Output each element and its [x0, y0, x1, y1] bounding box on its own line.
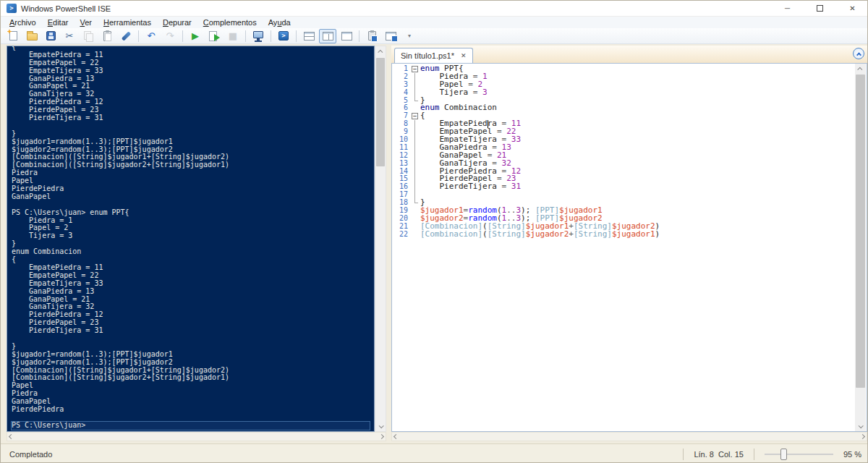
console-line: EmpateTijera = 33: [12, 67, 374, 75]
fold-column: [411, 183, 420, 191]
show-script-pane-icon: [386, 32, 396, 41]
run-selection-button[interactable]: [205, 29, 223, 43]
console-scroll-thumb[interactable]: [376, 58, 385, 166]
fold-column: [411, 223, 420, 231]
editor-code: 1−enum PPT{2 Piedra = 13 Papel = 24 Tije…: [392, 64, 867, 239]
toolbar-overflow-icon: [407, 32, 412, 41]
scroll-up-icon[interactable]: [855, 64, 866, 74]
console-line: PierdePiedra: [12, 185, 374, 193]
minimize-button[interactable]: ─: [771, 1, 804, 16]
fold-column: [411, 89, 420, 97]
console-line: PS C:\Users\juan> enum PPT{: [12, 209, 374, 217]
script-pane-top-icon: [304, 32, 315, 41]
scroll-right-icon[interactable]: [379, 434, 384, 439]
console-line: GanaPapel: [12, 193, 374, 201]
new-script-button[interactable]: [4, 29, 22, 43]
editor-scroll-thumb[interactable]: [856, 75, 865, 388]
script-pane-top-button[interactable]: [300, 29, 318, 43]
paste-button[interactable]: [98, 29, 116, 43]
undo-icon: ↶: [148, 31, 156, 41]
show-script-pane-button[interactable]: [382, 29, 399, 43]
close-button[interactable]: ✕: [836, 1, 868, 16]
editor-line: 6enum Combinacion: [392, 104, 867, 112]
console-line: [Combinacion]([String]$jugador2+[String]…: [12, 374, 374, 382]
console-line: Piedra: [12, 390, 374, 398]
fold-collapse-icon[interactable]: −: [412, 113, 418, 119]
console-pane[interactable]: { EmpatePiedra = 11 EmpatePapel = 22 Emp…: [7, 46, 375, 432]
fold-column[interactable]: −: [411, 112, 420, 120]
fold-column: [411, 152, 420, 160]
scroll-left-icon[interactable]: [393, 434, 399, 439]
fold-column: [411, 81, 420, 89]
undo-button[interactable]: ↶: [142, 29, 160, 43]
scroll-right-icon[interactable]: [860, 434, 865, 439]
toolbar-overflow-button[interactable]: [401, 29, 418, 43]
editor-body[interactable]: 1−enum PPT{2 Piedra = 13 Papel = 24 Tije…: [391, 63, 867, 432]
separator: [683, 449, 684, 460]
console-horizontal-scrollbar[interactable]: [7, 432, 386, 441]
fold-column: [411, 160, 420, 168]
status-message: Completado: [9, 450, 52, 459]
script-editor-pane: Sin título1.ps1* ✕ 1−enum PPT{2 Piedra =…: [391, 46, 867, 432]
console-line: Piedra: [12, 169, 374, 177]
restore-button[interactable]: [804, 1, 836, 16]
toolbar-separator: [245, 30, 246, 42]
fold-collapse-icon[interactable]: −: [412, 66, 418, 72]
menu-item-archivo[interactable]: Archivo: [4, 17, 42, 27]
toolbar-separator: [182, 30, 183, 42]
script-pane-max-button[interactable]: [338, 29, 355, 43]
menu-item-depurar[interactable]: Depurar: [157, 17, 197, 27]
new-remote-powershell-tab-button[interactable]: [250, 29, 267, 43]
scroll-down-icon[interactable]: [855, 421, 866, 431]
fold-column: [411, 231, 420, 239]
run-script-icon: ▶: [192, 31, 199, 41]
zoom-slider[interactable]: [765, 449, 833, 460]
toolbar-separator: [296, 30, 297, 42]
window-controls: ─ ✕: [771, 1, 868, 16]
zoom-slider-track[interactable]: [765, 454, 833, 455]
menu-item-ayuda[interactable]: Ayuda: [263, 17, 297, 27]
console-vertical-scrollbar[interactable]: [375, 46, 386, 432]
start-powershell-button[interactable]: [275, 29, 292, 43]
tab-label: Sin título1.ps1*: [401, 51, 454, 60]
line-number: 13: [392, 160, 411, 168]
code-text: enum Combinacion: [420, 104, 497, 112]
console-line: GanaPapel: [12, 398, 374, 406]
line-number: 5: [392, 97, 411, 105]
scroll-left-icon[interactable]: [9, 434, 14, 439]
menu-item-complementos[interactable]: Complementos: [197, 17, 263, 27]
zoom-slider-thumb[interactable]: [780, 449, 787, 460]
editor-line: 4 Tijera = 3: [392, 89, 867, 97]
editor-horizontal-scrollbar[interactable]: [391, 432, 867, 441]
editor-line: 17: [392, 191, 867, 199]
console-line: PierdeTijera = 31: [12, 327, 374, 335]
editor-line: 16 PierdeTijera = 31: [392, 183, 867, 191]
cut-button[interactable]: ✂: [61, 29, 78, 43]
script-pane-collapse-button[interactable]: [853, 48, 864, 59]
fold-column[interactable]: −: [411, 65, 420, 73]
open-script-button[interactable]: [23, 29, 41, 43]
clear-console-button[interactable]: [117, 29, 135, 43]
console-output: { EmpatePiedra = 11 EmpatePapel = 22 Emp…: [7, 46, 374, 430]
cursor-position: Lín. 8 Col. 15: [694, 450, 744, 459]
script-pane-right-button[interactable]: [319, 29, 336, 43]
show-command-window-button[interactable]: [363, 29, 380, 43]
scroll-down-icon[interactable]: [375, 421, 386, 431]
fold-column: [411, 215, 420, 223]
new-remote-powershell-tab-icon: [253, 31, 263, 38]
editor-tab-strip: Sin título1.ps1* ✕: [391, 46, 867, 63]
menu-item-herramientas[interactable]: Herramientas: [98, 17, 157, 27]
menu-item-ver[interactable]: Ver: [74, 17, 98, 27]
fold-column: [411, 175, 420, 183]
fold-column: [411, 199, 420, 207]
new-script-icon: [9, 31, 17, 41]
scroll-up-icon[interactable]: [375, 46, 386, 56]
clear-console-icon: [121, 31, 130, 41]
menu-item-editar[interactable]: Editar: [42, 17, 75, 27]
editor-vertical-scrollbar[interactable]: [855, 64, 866, 431]
tab-close-icon[interactable]: ✕: [461, 52, 467, 59]
tab-sin-titulo1[interactable]: Sin título1.ps1* ✕: [394, 48, 473, 63]
save-script-button[interactable]: [42, 29, 59, 43]
run-script-button[interactable]: ▶: [187, 29, 204, 43]
console-line: [12, 122, 374, 130]
